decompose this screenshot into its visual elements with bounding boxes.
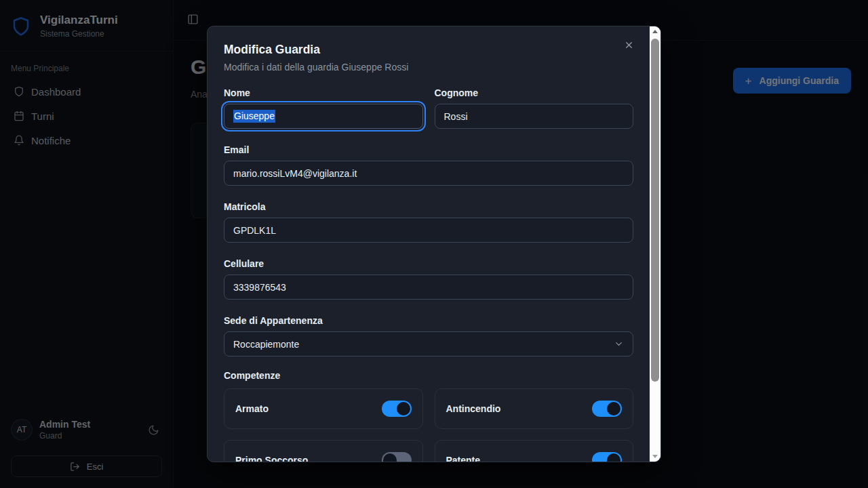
competenza-card-antincendio: Antincendio (435, 388, 634, 429)
close-button[interactable] (621, 37, 636, 52)
competenza-card-primo-soccorso: Primo Soccorso (224, 440, 423, 462)
cellulare-input[interactable] (224, 274, 633, 300)
triangle-up-icon (652, 30, 658, 33)
patente-toggle[interactable] (592, 452, 622, 462)
scrollbar-down-button[interactable] (650, 451, 660, 462)
armato-toggle[interactable] (382, 401, 412, 417)
scrollbar-up-button[interactable] (650, 26, 660, 37)
nome-label: Nome (224, 87, 423, 99)
toggle-knob (607, 453, 620, 462)
toggle-knob (607, 402, 620, 415)
toggle-knob (397, 402, 410, 415)
competenza-label: Antincendio (446, 403, 501, 414)
dialog-scrollbar[interactable] (650, 26, 660, 462)
email-input[interactable] (224, 161, 633, 186)
close-icon (624, 40, 634, 50)
sede-label: Sede di Appartenenza (224, 314, 633, 327)
dialog-header: Modifica Guardia Modifica i dati della g… (208, 26, 650, 73)
antincendio-toggle[interactable] (592, 401, 622, 417)
competenza-label: Primo Soccorso (235, 455, 308, 462)
matricola-label: Matricola (224, 201, 633, 213)
competenza-card-patente: Patente (435, 440, 634, 462)
dialog-title: Modifica Guardia (224, 41, 633, 58)
nome-selected-text: Giuseppe (233, 110, 275, 123)
cognome-input[interactable] (435, 104, 634, 129)
matricola-input[interactable] (224, 218, 633, 243)
dialog-subtitle: Modifica i dati della guardia Giuseppe R… (224, 62, 633, 73)
triangle-down-icon (652, 455, 658, 458)
edit-guard-dialog: Modifica Guardia Modifica i dati della g… (207, 26, 661, 462)
nome-input[interactable]: Giuseppe (224, 104, 423, 129)
scrollbar-thumb[interactable] (651, 39, 659, 382)
cellulare-label: Cellulare (224, 258, 633, 270)
cognome-label: Cognome (435, 87, 634, 99)
chevron-down-icon (614, 339, 624, 349)
competenza-label: Armato (235, 403, 269, 414)
toggle-knob (383, 453, 397, 462)
sede-select[interactable]: Roccapiemonte (224, 331, 633, 357)
competenze-grid: Armato Antincendio Primo Soccorso Patent… (224, 388, 633, 462)
email-label: Email (224, 144, 633, 156)
competenze-label: Competenze (224, 369, 633, 382)
primo-soccorso-toggle[interactable] (382, 452, 412, 462)
competenza-label: Patente (446, 455, 481, 462)
sede-selected-value: Roccapiemonte (233, 339, 299, 350)
competenza-card-armato: Armato (224, 388, 423, 429)
edit-guard-form: Nome Giuseppe Cognome Email Matricola (208, 87, 650, 462)
